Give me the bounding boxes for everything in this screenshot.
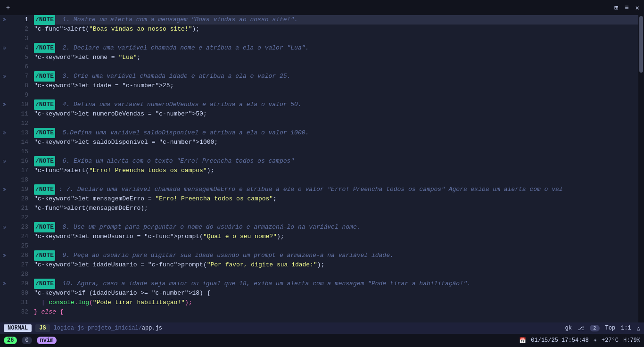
code-line [34,147,638,157]
close-icon[interactable]: ✕ [636,4,639,12]
new-tab-icon[interactable]: ＋ [5,3,11,12]
gutter-icon [0,147,8,157]
line-number: 17 [12,166,28,175]
bb-num2-item: 0 [22,337,32,344]
gutter-icon [0,175,8,185]
code-line [34,34,638,43]
gutter-icon [0,307,8,317]
menu-icon[interactable]: ≡ [625,4,628,11]
line-number: 25 [12,241,28,251]
statusbar-left: NORMAL JS logica-js-projeto_inicial/app.… [4,324,162,332]
line-number: 27 [12,260,28,270]
code-line: /NOTE 3. Crie uma variável chamada idade… [34,72,638,81]
gutter-icon [0,62,8,72]
js-filetype-badge: JS [35,324,50,332]
gutter-icon [0,53,8,62]
line-number: 7 [12,72,28,81]
gutter-icon [0,289,8,298]
gutter-icon: ⊙ [0,223,8,232]
gutter-icon [0,34,8,43]
line-number: 8 [12,81,28,91]
gutter-icon: ⊙ [0,100,8,109]
gutter-icon [0,204,8,213]
code-line: "c-func">alert(mensagemDeErro); [34,204,638,213]
code-content[interactable]: /NOTE 1. Mostre um alerta com a mensagem… [32,15,638,322]
editor: ⊙⊙⊙⊙⊙⊙⊙⊙⊙⊙ 12345678910111213141516171819… [0,15,644,322]
line-number: 29 [12,279,28,289]
code-line [34,270,638,279]
js-icon: JS [39,325,46,331]
line-number: 18 [12,175,28,185]
code-line: /NOTE 6. Exiba um alerta com o texto "Er… [34,157,638,166]
gutter-icon: ⊙ [0,157,8,166]
bb-right: 📅 01/15/25 17:54:48 ☀ +27°C H:79% [519,337,640,344]
code-line: "c-func">alert("Erro! Preencha todos os … [34,166,638,175]
gutter-icon: ⊙ [0,279,8,289]
grid-icon[interactable]: ⊞ [614,4,618,12]
code-line: "c-keyword">if (idadeUsuario >= "c-numbe… [34,289,638,298]
line-number: 11 [12,109,28,119]
line-number: 24 [12,232,28,241]
code-line: /NOTE 5.Defina uma variável saldoDisponi… [34,128,638,138]
scrollbar[interactable] [638,15,644,322]
code-line: "c-keyword">let idadeUsuario = "c-func">… [34,260,638,270]
titlebar: ＋ ⊞ ≡ ✕ [0,0,644,15]
code-line: /NOTE 1. Mostre um alerta com a mensagem… [34,15,638,25]
gutter-icon [0,232,8,241]
branch-num: 2 [590,325,600,331]
code-line: /NOTE : 7. Declare uma variável chamada … [34,185,638,194]
code-line [34,213,638,223]
code-line [34,241,638,251]
code-line: /NOTE 4. Defina uma variável numeroDeVen… [34,100,638,109]
gutter-icon [0,166,8,175]
bb-nvim: nvim [37,337,57,344]
titlebar-left: ＋ [5,3,11,12]
mode-badge: NORMAL [4,324,32,332]
scrollbar-thumb[interactable] [639,16,643,73]
line-number: 15 [12,147,28,157]
gutter-icon [0,241,8,251]
line-number: 19 [12,185,28,194]
gutter-icon [0,270,8,279]
top-label: Top [605,325,616,331]
position-label: 1:1 [621,325,631,331]
code-line [34,175,638,185]
titlebar-right: ⊞ ≡ ✕ [614,4,639,12]
code-line: "c-keyword">let idade = "c-number">25; [34,81,638,91]
bb-humidity: H:79% [623,337,640,344]
triangle-icon: △ [637,325,640,332]
line-number: 22 [12,213,28,223]
code-line: "c-keyword">let saldoDisponivel = "c-num… [34,138,638,147]
gutter-icon [0,91,8,100]
line-number: 20 [12,194,28,204]
line-number: 31 [12,298,28,307]
line-number: 1 [12,15,28,25]
line-number: 2 [12,25,28,34]
gutter-icons: ⊙⊙⊙⊙⊙⊙⊙⊙⊙⊙ [0,15,8,322]
code-line [34,119,638,128]
gutter-icon: ⊙ [0,15,8,25]
code-line: | console.log("Pode tirar habilitação!")… [34,298,638,307]
line-number: 13 [12,128,28,138]
line-number: 23 [12,223,28,232]
bb-sun-icon: ☀ [594,337,597,344]
gutter-icon [0,260,8,270]
bottombar: 26 0 nvim 📅 01/15/25 17:54:48 ☀ +27°C H:… [0,334,644,347]
line-number: 12 [12,119,28,128]
gutter-icon [0,81,8,91]
code-line: /NOTE 10. Agora, caso a idade seja maior… [34,279,638,289]
line-number: 4 [12,43,28,53]
line-number: 30 [12,289,28,298]
code-line [34,91,638,100]
line-number: 5 [12,53,28,62]
line-number: 6 [12,62,28,72]
gutter-icon: ⊙ [0,128,8,138]
gutter-icon: ⊙ [0,72,8,81]
statusbar: NORMAL JS logica-js-projeto_inicial/app.… [0,322,644,334]
file-path: logica-js-projeto_inicial/app.js [54,325,162,331]
gutter-icon: ⊙ [0,43,8,53]
bb-num1: 26 [4,337,17,344]
bb-datetime: 01/15/25 17:54:48 [531,337,588,344]
bb-calendar-icon: 📅 [519,337,526,344]
line-number: 9 [12,91,28,100]
